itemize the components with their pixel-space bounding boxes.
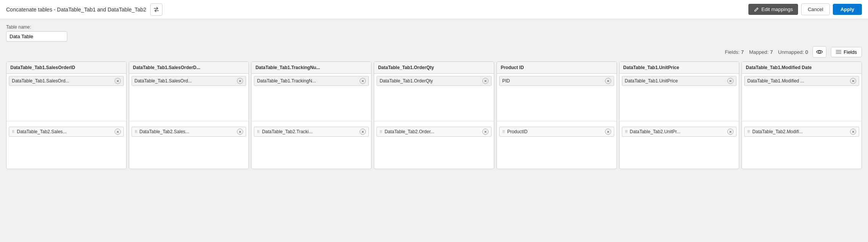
list-icon <box>836 50 841 54</box>
table-name-label: Table name: <box>6 24 862 30</box>
remove-top-icon[interactable]: ✕ <box>115 78 121 84</box>
top-tag-text: DataTable_Tab1.OrderQty <box>380 78 480 84</box>
swap-button[interactable] <box>150 3 162 16</box>
bottom-tag-text: DataTable_Tab2.Sales... <box>17 129 67 134</box>
top-mapped-tag: DataTable_Tab1.UnitPrice ✕ <box>622 76 737 86</box>
remove-bottom-icon[interactable]: ✕ <box>482 129 488 135</box>
remove-bottom-icon[interactable]: ✕ <box>237 129 243 135</box>
top-mapped-tag: DataTable_Tab1.Modified ... ✕ <box>744 76 859 86</box>
grid-icon: ⠿ <box>257 130 260 134</box>
bottom-tag-text: DataTable_Tab2.Tracki... <box>262 129 312 134</box>
column-header: DataTable_Tab1.SalesOrderID <box>6 62 126 74</box>
column-divider <box>620 121 739 121</box>
fields-info-bar: Fields: 7 Mapped: 7 Unmapped: 0 <box>6 46 862 58</box>
remove-top-icon[interactable]: ✕ <box>360 78 366 84</box>
remove-top-icon[interactable]: ✕ <box>850 78 856 84</box>
columns-container: DataTable_Tab1.SalesOrderID DataTable_Ta… <box>6 61 862 169</box>
bottom-mapped-tag: ⠿ DataTable_Tab2.Order... ✕ <box>376 127 492 137</box>
column-header: DataTable_Tab1.OrderQty <box>374 62 494 74</box>
remove-top-icon[interactable]: ✕ <box>727 78 733 84</box>
column-card: Product ID PID ✕ ⠿ ProductID ✕ <box>496 61 617 169</box>
column-top-body: DataTable_Tab1.SalesOrd... ✕ <box>6 74 126 119</box>
bottom-tag-left: ⠿ DataTable_Tab2.Modifi... <box>747 129 848 134</box>
unmapped-value: 0 <box>805 49 808 55</box>
svg-point-0 <box>818 51 821 53</box>
bottom-tag-left: ⠿ DataTable_Tab2.Order... <box>380 129 480 134</box>
bottom-tag-left: ⠿ DataTable_Tab2.Sales... <box>12 129 112 134</box>
bottom-mapped-tag: ⠿ DataTable_Tab2.Modifi... ✕ <box>744 127 859 137</box>
mapped-label: Mapped: <box>749 49 769 55</box>
column-header: DataTable_Tab1.Modified Date <box>742 62 862 74</box>
column-divider <box>129 121 249 121</box>
edit-mappings-button[interactable]: Edit mappings <box>748 4 798 15</box>
fields-stat: Fields: 7 <box>725 49 744 55</box>
bottom-tag-text: DataTable_Tab2.Sales... <box>140 129 189 134</box>
column-top-body: DataTable_Tab1.Modified ... ✕ <box>742 74 862 119</box>
column-top-body: DataTable_Tab1.UnitPrice ✕ <box>620 74 739 119</box>
bottom-tag-text: ProductID <box>507 129 527 134</box>
remove-bottom-icon[interactable]: ✕ <box>727 129 733 135</box>
column-card: DataTable_Tab1.SalesOrderD... DataTable_… <box>129 61 249 169</box>
grid-icon: ⠿ <box>135 130 137 134</box>
column-bottom-body: ⠿ DataTable_Tab2.Tracki... ✕ <box>251 123 371 169</box>
fields-button[interactable]: Fields <box>831 47 862 57</box>
pencil-icon <box>754 7 759 12</box>
eye-icon <box>816 50 823 54</box>
bottom-mapped-tag: ⠿ DataTable_Tab2.Sales... ✕ <box>9 127 124 137</box>
top-bar-right: Edit mappings Cancel Apply <box>748 3 862 15</box>
eye-button[interactable] <box>813 46 826 58</box>
column-bottom-body: ⠿ ProductID ✕ <box>497 123 617 169</box>
column-divider <box>251 121 371 121</box>
column-header: DataTable_Tab1.UnitPrice <box>620 62 739 74</box>
table-name-input[interactable] <box>6 31 67 42</box>
fields-stats: Fields: 7 Mapped: 7 Unmapped: 0 <box>725 49 808 55</box>
column-card: DataTable_Tab1.OrderQty DataTable_Tab1.O… <box>374 61 494 169</box>
top-tag-text: DataTable_Tab1.SalesOrd... <box>135 78 235 84</box>
remove-bottom-icon[interactable]: ✕ <box>605 129 611 135</box>
bottom-tag-left: ⠿ ProductID <box>502 129 603 134</box>
top-tag-text: DataTable_Tab1.Modified ... <box>747 78 848 84</box>
edit-mappings-label: Edit mappings <box>761 6 793 12</box>
bottom-tag-left: ⠿ DataTable_Tab2.Tracki... <box>257 129 357 134</box>
table-name-section: Table name: <box>6 24 862 42</box>
top-tag-text: PID <box>502 78 603 84</box>
column-divider <box>742 121 862 121</box>
bottom-tag-text: DataTable_Tab2.Order... <box>385 129 434 134</box>
remove-top-icon[interactable]: ✕ <box>482 78 488 84</box>
bottom-tag-left: ⠿ DataTable_Tab2.UnitPr... <box>625 129 725 134</box>
column-bottom-body: ⠿ DataTable_Tab2.UnitPr... ✕ <box>620 123 739 169</box>
grid-icon: ⠿ <box>747 130 750 134</box>
top-tag-text: DataTable_Tab1.UnitPrice <box>625 78 725 84</box>
column-card: DataTable_Tab1.TrackingNu... DataTable_T… <box>251 61 372 169</box>
bottom-tag-text: DataTable_Tab2.Modifi... <box>752 129 803 134</box>
column-top-body: DataTable_Tab1.TrackingN... ✕ <box>251 74 371 119</box>
unmapped-label: Unmapped: <box>778 49 804 55</box>
remove-top-icon[interactable]: ✕ <box>605 78 611 84</box>
column-bottom-body: ⠿ DataTable_Tab2.Order... ✕ <box>374 123 494 169</box>
remove-bottom-icon[interactable]: ✕ <box>850 129 856 135</box>
grid-icon: ⠿ <box>380 130 382 134</box>
column-divider <box>6 121 126 121</box>
remove-top-icon[interactable]: ✕ <box>237 78 243 84</box>
mapped-value: 7 <box>770 49 773 55</box>
top-tag-text: DataTable_Tab1.TrackingN... <box>257 78 357 84</box>
column-card: DataTable_Tab1.Modified Date DataTable_T… <box>741 61 862 169</box>
swap-icon <box>153 6 159 13</box>
unmapped-stat: Unmapped: 0 <box>778 49 808 55</box>
bottom-mapped-tag: ⠿ DataTable_Tab2.Tracki... ✕ <box>254 127 369 137</box>
remove-bottom-icon[interactable]: ✕ <box>115 129 121 135</box>
top-mapped-tag: DataTable_Tab1.TrackingN... ✕ <box>254 76 369 86</box>
column-bottom-body: ⠿ DataTable_Tab2.Sales... ✕ <box>6 123 126 169</box>
top-tag-text: DataTable_Tab1.SalesOrd... <box>12 78 112 84</box>
grid-icon: ⠿ <box>12 130 15 134</box>
column-divider <box>374 121 494 121</box>
remove-bottom-icon[interactable]: ✕ <box>360 129 366 135</box>
column-divider <box>497 121 617 121</box>
apply-button[interactable]: Apply <box>833 4 862 15</box>
top-mapped-tag: DataTable_Tab1.OrderQty ✕ <box>376 76 492 86</box>
column-top-body: DataTable_Tab1.SalesOrd... ✕ <box>129 74 249 119</box>
fields-label: Fields: <box>725 49 740 55</box>
bottom-mapped-tag: ⠿ DataTable_Tab2.Sales... ✕ <box>131 127 247 137</box>
cancel-button[interactable]: Cancel <box>801 3 829 15</box>
fields-value: 7 <box>741 49 744 55</box>
